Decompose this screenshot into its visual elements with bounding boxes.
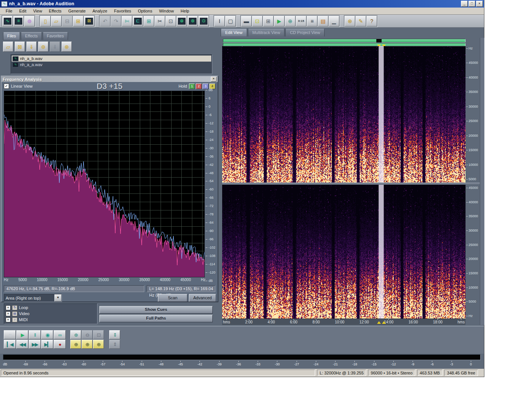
menu-file[interactable]: File: [2, 8, 16, 14]
hold-1-button[interactable]: 1: [189, 84, 195, 89]
organizer-options-button[interactable]: ⊛: [62, 42, 72, 52]
status-bar-button[interactable]: ▁: [329, 16, 339, 26]
restore-button[interactable]: □: [469, 1, 475, 7]
paste-button[interactable]: ⊡: [165, 16, 176, 26]
show-organizer-button[interactable]: ⊡: [252, 16, 263, 26]
vertical-scroll-strip[interactable]: [480, 38, 484, 325]
import-file-button[interactable]: ▱: [3, 42, 13, 52]
time-ruler[interactable]: hms2:004:006:008:0010:0012:0014:0016:001…: [222, 319, 466, 325]
horizontal-scroll-bar[interactable]: [223, 39, 466, 42]
menu-options[interactable]: Options: [135, 8, 156, 14]
close-button[interactable]: ×: [476, 1, 483, 7]
menu-help[interactable]: Help: [177, 8, 193, 14]
title-bar[interactable]: ∿ nh_a_b.wav - Adobe Audition _□×: [0, 0, 484, 8]
selection-end-marker-ruler[interactable]: [382, 321, 386, 324]
zoom-in-button[interactable]: ⊕: [70, 330, 81, 339]
menu-favorites[interactable]: Favorites: [111, 8, 135, 14]
scalpel-button[interactable]: ✄: [122, 16, 132, 26]
zoom-selection-button[interactable]: ⊕: [82, 340, 93, 349]
new-file-button[interactable]: ▯: [40, 16, 51, 26]
show-waveform-window-button[interactable]: ▬: [241, 16, 252, 26]
insert-cd-button[interactable]: ⊚: [38, 42, 48, 52]
tab-cd-project-view[interactable]: CD Project View: [285, 29, 325, 37]
insert-into-multitrack-button[interactable]: ⇓: [26, 42, 37, 52]
open-file-button[interactable]: ▱: [51, 16, 62, 26]
play-button[interactable]: ▶: [16, 330, 28, 339]
file-list[interactable]: ∿nh_a_b.wav∿nh_a_a.wav: [11, 54, 212, 74]
cut-button[interactable]: ✂: [155, 16, 165, 26]
menu-effects[interactable]: Effects: [45, 8, 65, 14]
file-list-item[interactable]: ∿nh_a_a.wav: [12, 62, 211, 68]
menu-view[interactable]: View: [30, 8, 46, 14]
fast-forward-button[interactable]: ▶▶: [29, 340, 41, 349]
loop-button[interactable]: ∞: [54, 330, 66, 339]
convert-sample-type-button[interactable]: ⊙: [198, 16, 209, 26]
stop-button[interactable]: ■: [4, 330, 16, 339]
hold-2-button[interactable]: 2: [196, 84, 202, 89]
copy-to-new-button[interactable]: ⊛: [187, 16, 198, 26]
go-to-end-button[interactable]: ▶▎: [41, 340, 53, 349]
zoom-window-button[interactable]: ⊕: [285, 16, 295, 26]
tab-edit-view[interactable]: Edit View: [221, 29, 247, 37]
zoom-vertical-in-button[interactable]: ⇕: [109, 330, 120, 339]
multitrack-view-button[interactable]: ≡: [13, 16, 24, 26]
advanced-button[interactable]: Advanced: [189, 294, 216, 302]
zoom-selection-left-button[interactable]: ⊕: [70, 340, 81, 349]
settings-button[interactable]: ⊛: [345, 16, 355, 26]
cd-project-view-button[interactable]: ⊚: [24, 16, 35, 26]
midi-checkbox[interactable]: ×: [6, 317, 11, 322]
mix-paste-button[interactable]: ⊕: [176, 16, 187, 26]
go-to-start-button[interactable]: ▎◀: [4, 340, 16, 349]
area-select[interactable]: Area (Right on top) ▼: [4, 294, 62, 302]
frequency-analysis-titlebar[interactable]: Frequency Analysis ×: [2, 76, 218, 82]
record-button[interactable]: ●: [54, 340, 66, 349]
tab-favorites[interactable]: Favorites: [43, 32, 68, 40]
save-all-button[interactable]: ⊠: [84, 16, 94, 26]
zoom-selection-right-button[interactable]: ⊕: [93, 340, 104, 349]
levels-window-button[interactable]: ▤: [318, 16, 328, 26]
file-list-item[interactable]: ∿nh_a_b.wav: [12, 56, 211, 62]
time-window-button[interactable]: 0:15: [296, 16, 306, 26]
marquee-selection-tool-button[interactable]: ▢: [225, 16, 236, 26]
horizontal-range-bar[interactable]: [223, 43, 466, 46]
time-selection-tool-button[interactable]: I: [214, 16, 225, 26]
level-meter[interactable]: [3, 354, 481, 360]
help-button[interactable]: ?: [367, 16, 377, 26]
save-as-button[interactable]: ⊞: [73, 16, 84, 26]
spectrogram-left-channel[interactable]: [222, 46, 466, 182]
frequency-plot[interactable]: [4, 91, 205, 277]
menu-edit[interactable]: Edit: [16, 8, 30, 14]
toggle-midi[interactable]: ×♪MIDI: [6, 317, 96, 323]
loop-checkbox[interactable]: ×: [6, 305, 11, 310]
show-cues-button[interactable]: Show Cues: [99, 306, 213, 314]
playhead-handle[interactable]: [376, 39, 382, 42]
play-list-button[interactable]: ▶: [274, 16, 285, 26]
menu-window[interactable]: Window: [156, 8, 177, 14]
tab-effects[interactable]: Effects: [21, 32, 42, 40]
toggle-video[interactable]: ×▤Video: [6, 311, 96, 317]
chevron-down-icon[interactable]: ▼: [54, 294, 62, 302]
cue-list-button[interactable]: ≡: [307, 16, 317, 26]
linear-view-checkbox[interactable]: ✓: [4, 84, 9, 89]
minimize-button[interactable]: _: [461, 1, 468, 7]
show-info-button[interactable]: ⊞: [263, 16, 274, 26]
selection-start-marker-ruler[interactable]: [377, 321, 381, 324]
toggle-loop[interactable]: ×↻Loop: [6, 305, 96, 311]
video-checkbox[interactable]: ×: [6, 311, 11, 316]
menu-generate[interactable]: Generate: [65, 8, 89, 14]
full-paths-button[interactable]: Full Paths: [99, 315, 213, 322]
scripts-button[interactable]: ✎: [356, 16, 366, 26]
tab-multitrack-view[interactable]: Multitrack View: [248, 29, 285, 37]
close-icon[interactable]: ×: [211, 77, 217, 82]
spectrogram-right-channel[interactable]: [222, 185, 466, 319]
close-file-button[interactable]: ⊠: [15, 42, 25, 52]
copy-button[interactable]: ⊞: [144, 16, 154, 26]
menu-analyze[interactable]: Analyze: [89, 8, 111, 14]
play-looped-button[interactable]: ◉: [41, 330, 53, 339]
edit-view-button[interactable]: ∿: [2, 16, 13, 26]
scan-button[interactable]: Scan: [158, 294, 187, 302]
rewind-button[interactable]: ◀◀: [16, 340, 28, 349]
trim-button[interactable]: ⊏: [133, 16, 143, 26]
pause-button[interactable]: ‖: [29, 330, 41, 339]
tab-files[interactable]: Files: [3, 32, 20, 40]
